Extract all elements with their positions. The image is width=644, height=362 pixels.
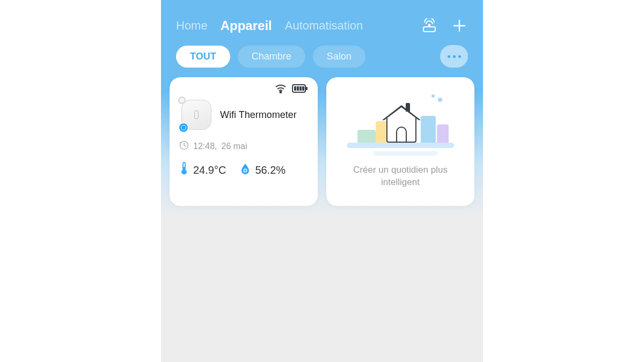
device-date: 26 mai (221, 142, 247, 151)
humidity-icon (240, 162, 251, 178)
nav-home[interactable]: Home (176, 19, 208, 33)
device-image (179, 98, 214, 132)
svg-point-1 (429, 25, 430, 26)
filter-salon[interactable]: Salon (313, 46, 365, 68)
svg-point-4 (280, 92, 282, 93)
filter-all[interactable]: TOUT (176, 46, 230, 68)
humidity-value: 56.2% (255, 164, 286, 176)
svg-rect-8 (297, 86, 299, 91)
clock-icon (179, 141, 189, 152)
app-screen: Home Appareil Automatisation TOUT Chambr… (161, 0, 483, 362)
svg-point-12 (183, 171, 186, 174)
promo-card[interactable]: Créer un quotidien plus intelligent (326, 77, 474, 206)
device-name: Wifi Thermometer (220, 109, 297, 121)
more-rooms-button[interactable] (440, 45, 468, 68)
humidity-metric: 56.2% (240, 162, 286, 178)
filter-chambre[interactable]: Chambre (238, 46, 305, 68)
thermometer-icon (179, 162, 189, 179)
nav-appareil[interactable]: Appareil (221, 18, 272, 33)
cards-row: Wifi Thermometer 12:48, 26 mai (161, 77, 483, 206)
promo-text: Créer un quotidien plus intelligent (336, 164, 465, 189)
room-filters: TOUT Chambre Salon (161, 45, 483, 77)
hub-icon[interactable] (421, 17, 438, 34)
top-nav: Home Appareil Automatisation (161, 0, 483, 45)
nav-automatisation[interactable]: Automatisation (285, 19, 363, 33)
smart-home-illustration-icon (352, 94, 449, 159)
add-button[interactable] (451, 17, 468, 34)
device-card[interactable]: Wifi Thermometer 12:48, 26 mai (170, 77, 318, 206)
temperature-value: 24.9°C (193, 164, 226, 176)
svg-rect-9 (299, 86, 302, 91)
svg-rect-10 (302, 86, 304, 91)
device-time: 12:48, (193, 142, 217, 151)
svg-point-15 (244, 169, 246, 172)
svg-rect-7 (294, 86, 296, 91)
wifi-icon (275, 84, 287, 95)
svg-rect-6 (306, 87, 308, 90)
alexa-badge-icon (178, 122, 189, 133)
battery-icon (292, 84, 308, 95)
device-timestamp: 12:48, 26 mai (179, 141, 308, 152)
temperature-metric: 24.9°C (179, 162, 226, 179)
svg-rect-0 (423, 27, 435, 32)
